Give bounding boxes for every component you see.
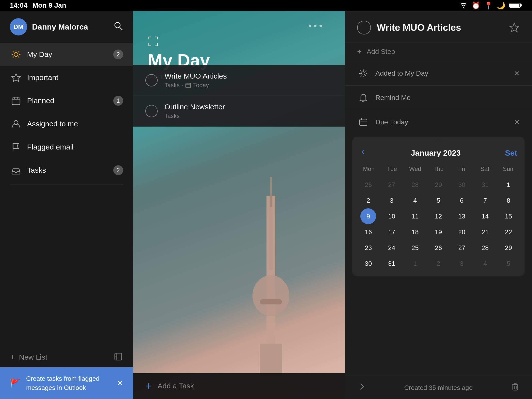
- sidebar-item-flagged[interactable]: Flagged email: [0, 135, 133, 159]
- plus-icon: +: [10, 352, 15, 362]
- calendar-day[interactable]: 1: [507, 177, 510, 193]
- dot-2: [314, 25, 316, 27]
- svg-line-44: [360, 70, 361, 71]
- date: Mon 9 Jan: [33, 1, 66, 9]
- task-checkbox-2[interactable]: [145, 105, 158, 117]
- calendar-day[interactable]: 8: [507, 193, 510, 208]
- added-to-my-day-close[interactable]: ✕: [514, 69, 520, 78]
- user-info: DM Danny Maiorca: [10, 18, 88, 35]
- sidebar-item-assigned[interactable]: Assigned to me: [0, 112, 133, 135]
- calendar-day[interactable]: 28: [482, 240, 489, 256]
- detail-checkbox[interactable]: [357, 21, 371, 34]
- calendar-day[interactable]: 6: [460, 193, 464, 208]
- calendar-day[interactable]: 5: [507, 256, 510, 271]
- calendar-day[interactable]: 2: [366, 193, 370, 208]
- sidebar-divider: [10, 184, 123, 184]
- calendar-day[interactable]: 24: [388, 240, 395, 256]
- sidebar-nav: My Day 2 Important: [0, 40, 133, 347]
- calendar-day[interactable]: 27: [388, 177, 395, 193]
- svg-rect-30: [270, 177, 272, 207]
- svg-line-13: [13, 57, 14, 58]
- calendar-day[interactable]: 29: [505, 240, 512, 256]
- bell-icon: [357, 92, 369, 104]
- sidebar-item-tasks[interactable]: Tasks 2: [0, 159, 133, 182]
- calendar-day[interactable]: 17: [388, 224, 395, 240]
- calendar-day[interactable]: 30: [365, 256, 372, 271]
- location-icon: 📍: [484, 1, 493, 10]
- calendar-day[interactable]: 18: [412, 224, 419, 240]
- calendar-nav-icon: [10, 95, 22, 107]
- calendar-day[interactable]: 7: [483, 193, 487, 208]
- calendar-day[interactable]: 29: [435, 177, 442, 193]
- task-meta-1: Tasks · Today: [165, 82, 332, 89]
- add-step-row[interactable]: + Add Step: [345, 42, 532, 61]
- flag-icon: [10, 141, 22, 153]
- search-button[interactable]: [113, 21, 123, 33]
- calendar-day[interactable]: 23: [365, 240, 372, 256]
- calendar-day[interactable]: 25: [412, 240, 419, 256]
- due-today-close[interactable]: ✕: [514, 118, 520, 126]
- expand-button[interactable]: [148, 36, 159, 48]
- table-row[interactable]: Write MUO Articles Tasks · Today: [133, 65, 345, 96]
- calendar-day[interactable]: 26: [365, 177, 372, 193]
- table-row[interactable]: Outline Newsletter Tasks: [133, 96, 345, 127]
- new-list-alt-button[interactable]: [113, 352, 123, 362]
- calendar-day[interactable]: 26: [435, 240, 442, 256]
- status-right: ⏰ 📍 🌙: [459, 1, 522, 10]
- svg-line-46: [365, 70, 366, 71]
- banner-close-button[interactable]: ✕: [117, 379, 123, 387]
- calendar-day[interactable]: 19: [435, 224, 442, 240]
- detail-footer: Created 35 minutes ago: [345, 376, 532, 399]
- calendar-day[interactable]: 2: [437, 256, 440, 271]
- detail-expand-button[interactable]: [357, 382, 366, 393]
- due-today-row[interactable]: Due Today ✕: [345, 110, 532, 134]
- svg-marker-14: [12, 74, 20, 82]
- time: 14:04: [10, 1, 28, 9]
- calendar-day[interactable]: 20: [458, 224, 465, 240]
- calendar-day[interactable]: 3: [460, 256, 464, 271]
- task-list-label-2: Tasks: [165, 113, 180, 119]
- calendar-day[interactable]: 4: [483, 256, 487, 271]
- calendar-day[interactable]: 28: [412, 177, 419, 193]
- svg-marker-53: [435, 139, 442, 143]
- calendar-day[interactable]: 27: [458, 240, 465, 256]
- calendar-day[interactable]: 30: [458, 177, 465, 193]
- detail-delete-button[interactable]: [511, 382, 520, 393]
- sidebar-item-my-day-label: My Day: [27, 50, 113, 59]
- calendar-prev-button[interactable]: [360, 149, 366, 158]
- calendar-day[interactable]: 5: [437, 193, 440, 208]
- calendar-day[interactable]: 3: [390, 193, 393, 208]
- sidebar-item-my-day[interactable]: My Day 2: [0, 43, 133, 66]
- sidebar-item-planned[interactable]: Planned 1: [0, 89, 133, 112]
- calendar-day[interactable]: 12: [435, 208, 442, 224]
- calendar-day[interactable]: 31: [388, 256, 395, 271]
- calendar-week-4: 16 17 18 19 20 21 22: [357, 224, 520, 240]
- day-header-fri: Fri: [450, 164, 473, 174]
- calendar-week-1: 26 27 28 29 30 31 1: [357, 177, 520, 193]
- calendar-today[interactable]: 9: [360, 208, 376, 224]
- calendar-day[interactable]: 10: [388, 208, 395, 224]
- calendar-day[interactable]: 13: [458, 208, 465, 224]
- calendar-day[interactable]: 4: [413, 193, 417, 208]
- calendar-day[interactable]: 15: [505, 208, 512, 224]
- new-list-button[interactable]: + New List: [10, 352, 47, 362]
- sidebar-item-important[interactable]: Important: [0, 66, 133, 89]
- calendar-day[interactable]: 22: [505, 224, 512, 240]
- calendar-set-button[interactable]: Set: [505, 149, 517, 158]
- calendar-day[interactable]: 16: [365, 224, 372, 240]
- detail-star-icon[interactable]: [509, 22, 520, 33]
- add-step-plus-icon: +: [357, 47, 362, 56]
- remind-me-row[interactable]: Remind Me: [345, 85, 532, 110]
- calendar-day[interactable]: 31: [482, 177, 489, 193]
- calendar-day[interactable]: 21: [482, 224, 489, 240]
- task-checkbox-1[interactable]: [145, 74, 158, 86]
- day-header-mon: Mon: [357, 164, 380, 174]
- star-icon: [10, 71, 22, 84]
- calendar-day[interactable]: 11: [412, 208, 419, 224]
- calendar-day[interactable]: 1: [413, 256, 417, 271]
- dot-1: [309, 25, 311, 27]
- add-task-bar[interactable]: + Add a Task: [133, 373, 345, 399]
- remind-me-label: Remind Me: [375, 94, 520, 102]
- added-to-my-day-row[interactable]: Added to My Day ✕: [345, 61, 532, 85]
- calendar-day[interactable]: 14: [482, 208, 489, 224]
